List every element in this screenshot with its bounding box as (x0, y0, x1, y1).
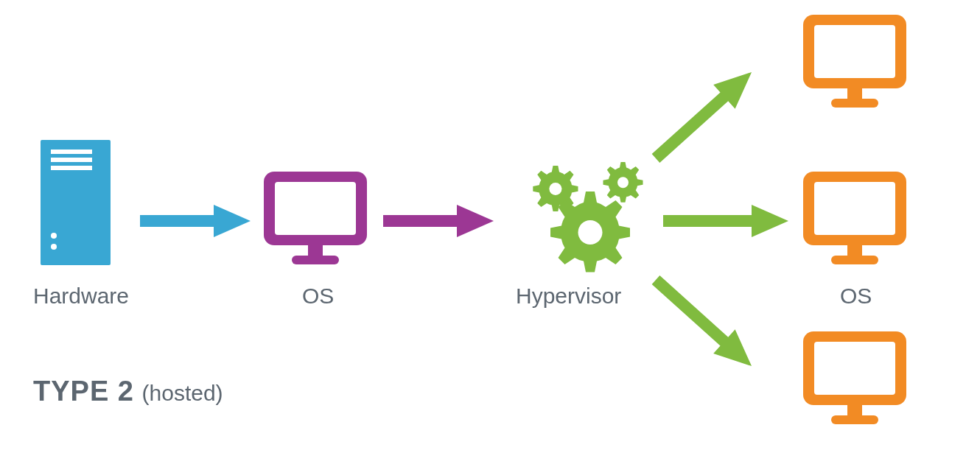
svg-rect-24 (847, 245, 862, 256)
svg-rect-19 (814, 25, 895, 78)
diagram-title: TYPE 2 (hosted) (33, 376, 223, 407)
svg-point-4 (51, 233, 57, 239)
svg-rect-27 (814, 342, 895, 395)
hypervisor-label: Hypervisor (516, 284, 621, 309)
svg-rect-2 (51, 158, 92, 162)
svg-rect-21 (831, 99, 878, 108)
svg-rect-1 (51, 150, 92, 154)
svg-rect-3 (51, 166, 92, 170)
svg-rect-29 (831, 415, 878, 424)
svg-rect-10 (292, 256, 339, 264)
svg-rect-9 (308, 245, 323, 256)
title-strong: TYPE 2 (33, 376, 134, 407)
svg-rect-28 (847, 405, 862, 415)
svg-marker-11 (383, 205, 494, 237)
svg-rect-8 (275, 182, 356, 235)
arrow-icon (383, 199, 494, 243)
guest-os-label: OS (840, 284, 872, 309)
monitor-icon (264, 172, 367, 267)
monitor-icon (803, 331, 906, 427)
diagram-stage: Hardware OS Hypervisor OS TYPE 2 (hosted… (0, 0, 980, 464)
svg-rect-25 (831, 256, 878, 264)
svg-marker-15 (645, 60, 762, 171)
svg-rect-23 (814, 182, 895, 235)
os-label: OS (302, 284, 334, 309)
svg-point-14 (578, 220, 603, 245)
svg-marker-6 (140, 205, 251, 237)
svg-marker-17 (645, 268, 762, 379)
monitor-icon (803, 15, 906, 110)
hardware-label: Hardware (33, 284, 129, 309)
svg-marker-16 (663, 205, 788, 237)
server-icon (41, 140, 111, 265)
arrow-icon (656, 265, 781, 354)
svg-point-5 (51, 244, 57, 250)
title-sub: (hosted) (142, 381, 223, 405)
svg-point-13 (617, 177, 629, 188)
arrow-icon (663, 199, 788, 243)
arrow-icon (656, 85, 781, 173)
gears-icon (501, 140, 656, 273)
svg-point-12 (549, 183, 561, 195)
svg-rect-20 (847, 88, 862, 99)
arrow-icon (140, 199, 251, 243)
monitor-icon (803, 172, 906, 267)
